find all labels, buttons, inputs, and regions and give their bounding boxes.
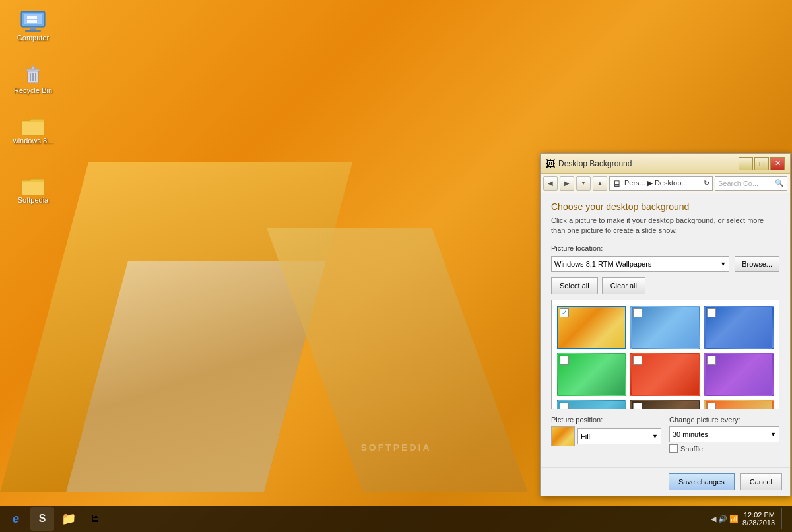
- position-chevron: ▼: [652, 433, 658, 440]
- bg-shape-3: [267, 228, 528, 492]
- picture-location-control-row: Windows 8.1 RTM Wallpapers ▼ Browse...: [551, 256, 779, 272]
- softpedia-label: Softpedia: [18, 196, 48, 204]
- folder-win8-label: windows 8...: [13, 137, 53, 145]
- wallpaper-5-checkbox: [633, 356, 642, 365]
- desktop: Computer Recycle Bin windows 8... Softpe…: [0, 0, 792, 532]
- wallpaper-grid-container[interactable]: ✓: [551, 300, 779, 409]
- svg-rect-7: [30, 27, 36, 30]
- forward-button[interactable]: ▶: [560, 176, 574, 191]
- change-chevron: ▼: [770, 431, 776, 438]
- save-changes-button[interactable]: Save changes: [669, 473, 735, 490]
- taskbar: e S 📁 🖥 ◀ 🔊 📶 12:02 PM 8/28/2013: [0, 506, 792, 532]
- svg-rect-3: [27, 16, 32, 19]
- wallpaper-3-checkbox: [707, 308, 716, 317]
- picture-position-select[interactable]: Fill ▼: [578, 428, 661, 444]
- picture-position-preview: [551, 426, 575, 446]
- action-buttons: Select all Clear all: [551, 277, 779, 294]
- wallpaper-1-checkbox: ✓: [560, 308, 569, 317]
- shuffle-checkbox[interactable]: [669, 444, 678, 453]
- search-icon: 🔍: [775, 179, 784, 187]
- wallpaper-thumb-5[interactable]: [630, 353, 700, 397]
- address-bar: ◀ ▶ ▼ ▲ 🖥 Pers... ▶ Desktop... ↻ Search …: [541, 174, 790, 193]
- dialog-title-icon: 🖼: [546, 158, 555, 169]
- wallpaper-thumb-2[interactable]: [630, 306, 700, 349]
- search-box[interactable]: Search Co... 🔍: [715, 176, 787, 191]
- system-tray-icons: ◀ 🔊 📶: [711, 515, 739, 523]
- dialog-content: Choose your desktop background Click a p…: [541, 193, 790, 467]
- taskbar-date: 8/28/2013: [742, 519, 775, 527]
- wallpaper-9-checkbox: [707, 403, 716, 409]
- wallpaper-thumb-8[interactable]: [630, 400, 700, 409]
- section-title: Choose your desktop background: [551, 201, 779, 212]
- cancel-button[interactable]: Cancel: [740, 473, 782, 490]
- dialog-title-buttons: − □ ✕: [739, 157, 785, 170]
- dialog-footer: Save changes Cancel: [541, 467, 790, 496]
- clear-all-button[interactable]: Clear all: [602, 277, 645, 294]
- picture-position-section: Picture position: Fill ▼: [551, 416, 661, 446]
- shuffle-row: Shuffle: [669, 444, 779, 453]
- back-button[interactable]: ◀: [543, 176, 558, 191]
- address-path[interactable]: 🖥 Pers... ▶ Desktop... ↻: [609, 176, 713, 191]
- taskbar-screen-button[interactable]: 🖥: [83, 507, 107, 531]
- up-button[interactable]: ▲: [593, 176, 607, 191]
- shuffle-label: Shuffle: [680, 445, 703, 453]
- taskbar-clock[interactable]: 12:02 PM 8/28/2013: [742, 511, 775, 527]
- picture-location-row: Picture location:: [551, 244, 779, 252]
- change-picture-section: Change picture every: 30 minutes ▼ Shuff…: [669, 416, 779, 453]
- wallpaper-7-checkbox: [560, 403, 569, 409]
- search-placeholder: Search Co...: [718, 180, 775, 187]
- taskbar-time: 12:02 PM: [744, 511, 775, 519]
- desktop-icon-softpedia[interactable]: Softpedia: [10, 175, 56, 204]
- desktop-background-dialog: 🖼 Desktop Background − □ ✕ ◀ ▶ ▼ ▲ 🖥 Per…: [540, 153, 791, 496]
- taskbar-right: ◀ 🔊 📶 12:02 PM 8/28/2013: [711, 508, 789, 529]
- taskbar-ie-button[interactable]: e: [4, 507, 28, 531]
- folder-softpedia-icon: [20, 175, 46, 196]
- svg-rect-13: [26, 69, 40, 71]
- svg-rect-6: [32, 20, 37, 23]
- wallpaper-thumb-6[interactable]: [704, 353, 774, 397]
- taskbar-folder-button[interactable]: 📁: [57, 507, 81, 531]
- picture-location-value: Windows 8.1 RTM Wallpapers: [554, 260, 651, 268]
- wallpaper-thumb-4[interactable]: [557, 353, 626, 397]
- select-all-button[interactable]: Select all: [551, 277, 598, 294]
- maximize-button[interactable]: □: [754, 157, 769, 170]
- picture-position-row: Fill ▼: [551, 426, 661, 446]
- browse-button[interactable]: Browse...: [735, 256, 779, 272]
- change-picture-select[interactable]: 30 minutes ▼: [669, 426, 779, 442]
- wallpaper-4-checkbox: [560, 356, 569, 365]
- softpedia-watermark: SOFTPEDIA: [360, 442, 431, 453]
- change-picture-label: Change picture every:: [669, 416, 779, 424]
- dropdown-arrow[interactable]: ▼: [576, 176, 591, 191]
- picture-location-select[interactable]: Windows 8.1 RTM Wallpapers ▼: [551, 256, 729, 272]
- close-button[interactable]: ✕: [770, 157, 785, 170]
- wallpaper-6-checkbox: [707, 356, 716, 365]
- desktop-icon-recycle[interactable]: Recycle Bin: [10, 63, 56, 94]
- svg-rect-4: [32, 16, 37, 19]
- dialog-title: Desktop Background: [558, 159, 739, 168]
- bottom-settings: Picture position: Fill ▼ Change picture …: [551, 416, 779, 453]
- picture-location-label: Picture location:: [551, 244, 617, 252]
- picture-position-value: Fill: [581, 432, 590, 440]
- taskbar-s-button[interactable]: S: [30, 507, 54, 531]
- wallpaper-8-checkbox: [633, 403, 642, 409]
- wallpaper-thumb-3[interactable]: [704, 306, 774, 349]
- address-path-text: Pers... ▶ Desktop...: [624, 179, 687, 187]
- svg-rect-5: [27, 20, 32, 23]
- folder-win8-icon: [20, 116, 46, 137]
- minimize-button[interactable]: −: [739, 157, 753, 170]
- refresh-button[interactable]: ↻: [704, 179, 710, 187]
- wallpaper-thumb-9[interactable]: [704, 400, 774, 409]
- change-picture-value: 30 minutes: [673, 430, 708, 438]
- section-desc: Click a picture to make it your desktop …: [551, 216, 779, 236]
- desktop-icon-computer[interactable]: Computer: [10, 10, 56, 42]
- picture-position-label: Picture position:: [551, 416, 661, 424]
- dialog-title-bar: 🖼 Desktop Background − □ ✕: [541, 154, 790, 174]
- wallpaper-grid: ✓: [552, 300, 779, 409]
- computer-label: Computer: [17, 34, 49, 42]
- wallpaper-2-checkbox: [633, 308, 642, 317]
- wallpaper-thumb-7[interactable]: [557, 400, 626, 409]
- wallpaper-thumb-1[interactable]: ✓: [557, 306, 626, 349]
- desktop-icon-windows8[interactable]: windows 8...: [10, 116, 56, 145]
- show-desktop-button[interactable]: [781, 508, 785, 529]
- change-picture-row: 30 minutes ▼: [669, 426, 779, 442]
